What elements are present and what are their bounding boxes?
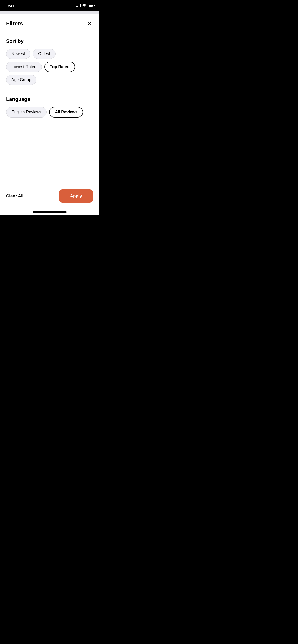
chip-english-reviews[interactable]: English Reviews [6,107,47,118]
language-title: Language [6,96,93,102]
filters-title: Filters [6,20,23,27]
clear-all-button[interactable]: Clear All [6,192,23,201]
sheet-content: Sort by Newest Oldest Lowest Rated Top R… [0,32,99,185]
chip-all-reviews[interactable]: All Reviews [49,107,83,118]
chip-age-group[interactable]: Age Group [6,75,36,85]
close-button[interactable] [86,20,93,27]
filter-sheet: Filters Sort by Newest Oldest Lowest Rat… [0,14,99,215]
phone-screen: 9:41 Filters [0,0,99,215]
chip-newest[interactable]: Newest [6,49,30,59]
sort-by-section: Sort by Newest Oldest Lowest Rated Top R… [0,32,99,90]
signal-icon [76,4,81,7]
home-indicator [0,211,99,215]
chip-lowest-rated[interactable]: Lowest Rated [6,62,42,72]
chip-oldest[interactable]: Oldest [33,49,55,59]
apply-button[interactable]: Apply [59,189,93,203]
status-bar: 9:41 [0,0,99,11]
language-chips: English Reviews All Reviews [6,107,93,118]
sheet-header: Filters [0,14,99,32]
sort-by-chips: Newest Oldest Lowest Rated Top Rated Age… [6,49,93,85]
battery-icon [88,4,94,7]
wifi-icon [82,4,86,7]
close-icon [87,21,92,26]
sheet-background [0,11,99,14]
home-indicator-bar [33,211,67,213]
language-section: Language English Reviews All Reviews [0,90,99,123]
chip-top-rated[interactable]: Top Rated [44,62,75,72]
sheet-footer: Clear All Apply [0,185,99,211]
status-time: 9:41 [7,4,15,8]
status-icons [76,4,94,7]
sort-by-title: Sort by [6,38,93,44]
